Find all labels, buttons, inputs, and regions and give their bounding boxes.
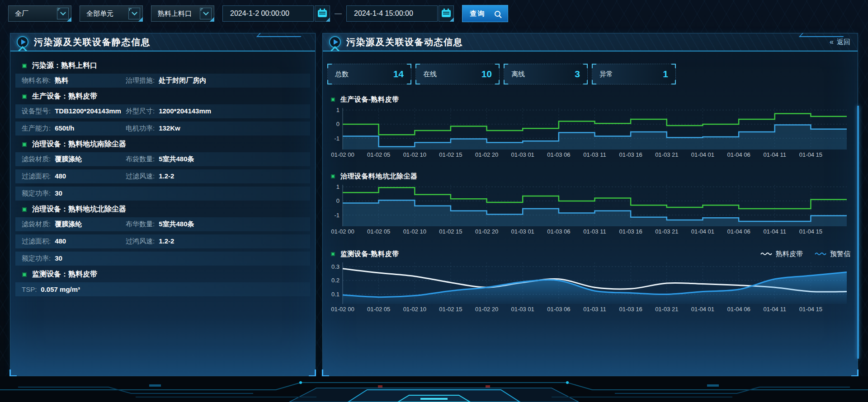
dynamic-panel-title: 污染源及关联设备动态信息 bbox=[346, 36, 463, 48]
date-range: 2024-1-2 00:00:00 — bbox=[222, 5, 338, 22]
footer-decoration bbox=[0, 376, 868, 402]
svg-text:01-03 06: 01-03 06 bbox=[547, 151, 570, 158]
field-label: 过滤面积: bbox=[22, 237, 51, 245]
legend-item-clinker-belt[interactable]: 熟料皮带 bbox=[760, 250, 803, 258]
green-square-icon bbox=[22, 64, 27, 68]
field-label: 布袋数量: bbox=[126, 155, 155, 163]
svg-text:01-02 05: 01-02 05 bbox=[367, 228, 390, 235]
svg-text:01-02 05: 01-02 05 bbox=[367, 151, 390, 158]
svg-text:01-03 11: 01-03 11 bbox=[583, 228, 606, 235]
field-label: 生产能力: bbox=[22, 124, 51, 132]
legend-item-warning[interactable]: 预警信 bbox=[815, 250, 850, 258]
field-value: 熟料 bbox=[55, 76, 68, 84]
field-value: 480 bbox=[55, 172, 66, 180]
svg-text:01-02 00: 01-02 00 bbox=[331, 151, 354, 158]
svg-text:01-03 16: 01-03 16 bbox=[619, 306, 642, 313]
svg-text:01-02 15: 01-02 15 bbox=[439, 306, 462, 313]
green-square-icon bbox=[22, 272, 27, 277]
field-value: 覆膜涤纶 bbox=[55, 155, 82, 163]
field-label: 治理措施: bbox=[126, 76, 155, 84]
chevron-down-icon bbox=[57, 8, 69, 19]
field-value: 5室共480条 bbox=[159, 155, 194, 163]
svg-text:01-02 10: 01-02 10 bbox=[403, 151, 426, 158]
pollution-source-select[interactable]: 熟料上料口 bbox=[151, 5, 214, 22]
chart-title: 治理设备料地坑北除尘器 bbox=[340, 172, 418, 181]
svg-text:01-02 20: 01-02 20 bbox=[475, 306, 498, 313]
stat-value: 3 bbox=[575, 69, 580, 79]
field-label: 电机功率: bbox=[126, 124, 155, 132]
svg-text:01-02 20: 01-02 20 bbox=[475, 228, 498, 235]
field-label: 过滤风速: bbox=[126, 172, 155, 180]
svg-text:01-04 01: 01-04 01 bbox=[691, 151, 714, 158]
info-row: 额定功率:30 bbox=[15, 252, 310, 266]
svg-text:01-04 06: 01-04 06 bbox=[727, 151, 750, 158]
back-button[interactable]: « 返回 bbox=[830, 33, 850, 51]
field-value: 0.057 mg/m³ bbox=[41, 285, 80, 293]
info-row: 物料名称:熟料 治理措施:处于封闭厂房内 bbox=[15, 74, 310, 88]
query-button[interactable]: 查询 bbox=[462, 5, 508, 22]
field-label: 过滤面积: bbox=[22, 172, 51, 180]
info-row: 滤袋材质:覆膜涤纶 布袋数量:5室共480条 bbox=[15, 152, 310, 166]
static-info-body: 污染源：熟料上料口 物料名称:熟料 治理措施:处于封闭厂房内 生产设备：熟料皮带… bbox=[10, 51, 315, 296]
group-heading-treatment-device-south: 治理设备：熟料地坑南除尘器 bbox=[15, 140, 310, 149]
field-value: 1.2-2 bbox=[159, 237, 174, 245]
svg-text:01-04 15: 01-04 15 bbox=[799, 228, 822, 235]
info-row: 过滤面积:480 过滤风速:1.2-2 bbox=[15, 169, 310, 183]
start-date-input[interactable]: 2024-1-2 00:00:00 bbox=[222, 5, 314, 22]
green-square-icon bbox=[331, 174, 335, 178]
pollution-source-select-value: 熟料上料口 bbox=[158, 9, 192, 18]
start-date-value: 2024-1-2 00:00:00 bbox=[230, 9, 289, 18]
stat-card-total: 总数 14 bbox=[327, 64, 411, 84]
field-value: 覆膜涤纶 bbox=[55, 220, 82, 228]
svg-text:01-02 00: 01-02 00 bbox=[331, 228, 354, 235]
end-date-input[interactable]: 2024-1-4 15:00:00 bbox=[346, 5, 438, 22]
svg-text:01-03 16: 01-03 16 bbox=[619, 228, 642, 235]
stat-label: 异常 bbox=[599, 70, 613, 79]
header-chevron-accent bbox=[330, 46, 340, 55]
svg-text:01-02 00: 01-02 00 bbox=[331, 306, 354, 313]
info-row: 生产能力:650t/h 电机功率:132Kw bbox=[15, 122, 310, 136]
svg-text:01-03 21: 01-03 21 bbox=[655, 306, 678, 313]
device-stats-row: 总数 14 在线 10 离线 3 异常 1 bbox=[327, 64, 858, 84]
svg-text:1: 1 bbox=[336, 183, 340, 190]
start-date-calendar-button[interactable] bbox=[315, 5, 330, 22]
svg-text:01-03 01: 01-03 01 bbox=[511, 306, 534, 313]
svg-text:01-04 06: 01-04 06 bbox=[727, 306, 750, 313]
monitor-device-chart: 0.30.20.101-02 0001-02 0501-02 1001-02 1… bbox=[329, 260, 849, 314]
field-value: 480 bbox=[55, 237, 66, 245]
green-square-icon bbox=[22, 142, 27, 147]
field-value: 1200*204143mm bbox=[159, 107, 211, 115]
svg-text:0.3: 0.3 bbox=[331, 263, 340, 270]
stat-label: 在线 bbox=[423, 70, 437, 79]
svg-text:01-02 15: 01-02 15 bbox=[439, 151, 462, 158]
treatment-device-chart: 10-101-02 0001-02 0501-02 1001-02 1501-0… bbox=[329, 182, 849, 236]
plant-select[interactable]: 全厂 bbox=[8, 5, 71, 22]
green-square-icon bbox=[331, 252, 335, 256]
production-device-chart: 10-101-02 0001-02 0501-02 1001-02 1501-0… bbox=[329, 105, 849, 159]
date-range-separator: — bbox=[335, 9, 342, 18]
date-range-end: 2024-1-4 15:00:00 bbox=[346, 5, 454, 22]
svg-text:01-04 11: 01-04 11 bbox=[764, 306, 786, 313]
end-date-calendar-button[interactable] bbox=[439, 5, 454, 22]
unit-select[interactable]: 全部单元 bbox=[80, 5, 143, 22]
field-value: 5室共480条 bbox=[159, 220, 194, 228]
field-label: 滤袋材质: bbox=[22, 220, 51, 228]
squiggle-line-icon bbox=[760, 252, 772, 256]
svg-text:01-02 10: 01-02 10 bbox=[403, 306, 426, 313]
field-label: 布华数量: bbox=[126, 220, 155, 228]
chart-block-production-device: 生产设备-熟料皮带 10-101-02 0001-02 0501-02 1001… bbox=[329, 93, 851, 159]
unit-select-value: 全部单元 bbox=[86, 9, 113, 18]
panel-corner-accent bbox=[9, 369, 17, 377]
stat-card-online: 在线 10 bbox=[415, 64, 500, 84]
info-row: 额定功率:30 bbox=[15, 187, 310, 201]
stat-value: 1 bbox=[663, 69, 668, 79]
green-square-icon bbox=[331, 98, 335, 102]
svg-text:-1: -1 bbox=[334, 212, 340, 219]
info-row: 过滤面积:480 过鸿风速:1.2-2 bbox=[15, 234, 310, 248]
group-heading-treatment-device-north: 治理设备：熟料地坑北除尘器 bbox=[15, 205, 310, 214]
double-chevron-left-icon: « bbox=[830, 38, 834, 46]
field-label: 滤袋材质: bbox=[22, 155, 51, 163]
stat-label: 总数 bbox=[335, 70, 349, 79]
panel-corner-accent bbox=[309, 369, 316, 377]
field-value: TDB1200*204143mm bbox=[55, 107, 121, 115]
